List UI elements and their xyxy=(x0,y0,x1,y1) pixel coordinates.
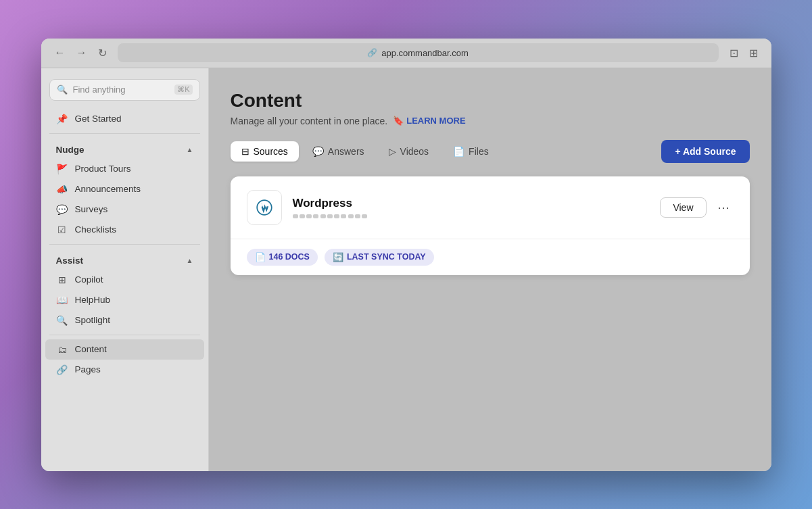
sidebar-item-label: Announcements xyxy=(75,184,141,194)
source-actions: View ⋯ xyxy=(660,197,733,218)
reload-button[interactable]: ↻ xyxy=(95,44,110,62)
sidebar-item-label: Copilot xyxy=(75,274,103,285)
tab-sources[interactable]: ⊟ Sources xyxy=(231,141,299,162)
url-dot xyxy=(306,214,312,218)
checklist-icon: ☑ xyxy=(56,224,68,235)
url-dot xyxy=(334,214,339,218)
docs-count: 146 DOCS xyxy=(269,252,310,262)
tabs-and-action: ⊟ Sources 💬 Answers ▷ Videos 📄 Files xyxy=(231,140,750,163)
source-name: Wordpress xyxy=(293,197,650,210)
sidebar-item-product-tours[interactable]: 🚩 Product Tours xyxy=(45,159,204,179)
add-source-label: + Add Source xyxy=(675,146,736,157)
sidebar-toggle-button[interactable]: ⊞ xyxy=(746,44,761,62)
sidebar-item-content[interactable]: 🗂 Content xyxy=(45,339,204,360)
sidebar: 🔍 Find anything ⌘K 📌 Get Started Nudge ▲… xyxy=(41,68,209,471)
url-dot-group-2 xyxy=(320,214,346,218)
source-card: Wordpress xyxy=(231,176,750,275)
sidebar-item-label: Pages xyxy=(75,364,101,374)
subtitle-text: Manage all your content in one place. xyxy=(231,116,388,126)
search-placeholder: Find anything xyxy=(73,84,126,95)
sidebar-item-spotlight[interactable]: 🔍 Spotlight xyxy=(45,310,204,331)
copilot-icon: ⊞ xyxy=(56,274,68,285)
sidebar-section-nudge[interactable]: Nudge ▲ xyxy=(45,141,204,159)
sidebar-item-checklists[interactable]: ☑ Checklists xyxy=(45,220,204,240)
source-info: Wordpress xyxy=(293,197,650,218)
sidebar-item-pages[interactable]: 🔗 Pages xyxy=(45,360,204,380)
sidebar-item-label: Content xyxy=(75,344,107,354)
sidebar-item-get-started[interactable]: 📌 Get Started xyxy=(45,109,204,129)
sources-tab-icon: ⊟ xyxy=(241,146,249,157)
source-logo xyxy=(247,190,282,225)
assist-section-label: Assist xyxy=(56,256,84,266)
url-dot xyxy=(327,214,333,218)
url-dot-group-1 xyxy=(293,214,318,218)
nudge-section-label: Nudge xyxy=(56,145,85,155)
bookmark-icon: 🔖 xyxy=(393,116,404,126)
sync-badge-icon: 🔄 xyxy=(333,252,343,262)
browser-window: ← → ↻ 🔗 app.commandbar.com ⊡ ⊞ 🔍 Find an… xyxy=(41,39,771,471)
back-button[interactable]: ← xyxy=(52,44,68,62)
page-subtitle: Manage all your content in one place. 🔖 … xyxy=(231,116,750,126)
pin-icon: 📌 xyxy=(56,114,68,124)
address-bar[interactable]: 🔗 app.commandbar.com xyxy=(118,43,719,62)
url-text: app.commandbar.com xyxy=(381,48,469,58)
answers-tab-icon: 💬 xyxy=(312,146,324,157)
share-button[interactable]: ⊡ xyxy=(727,44,741,62)
search-bar[interactable]: 🔍 Find anything ⌘K xyxy=(49,79,200,101)
main-content: Content Manage all your content in one p… xyxy=(209,68,771,471)
browser-nav-buttons: ← → ↻ xyxy=(52,44,110,62)
source-card-header: Wordpress xyxy=(231,176,750,239)
url-dot xyxy=(293,214,298,218)
videos-tab-icon: ▷ xyxy=(389,146,396,157)
learn-more-link[interactable]: 🔖 LEARN MORE xyxy=(393,116,465,126)
url-dot xyxy=(341,214,346,218)
sidebar-item-surveys[interactable]: 💬 Surveys xyxy=(45,199,204,220)
docs-badge: 📄 146 DOCS xyxy=(247,249,318,266)
chevron-up-icon: ▲ xyxy=(187,146,193,153)
tabs-group: ⊟ Sources 💬 Answers ▷ Videos 📄 Files xyxy=(231,141,500,162)
source-card-footer: 📄 146 DOCS 🔄 LAST SYNC TODAY xyxy=(231,239,750,275)
sidebar-item-label: Get Started xyxy=(75,114,122,124)
sidebar-item-helphub[interactable]: 📖 HelpHub xyxy=(45,290,204,310)
files-tab-label: Files xyxy=(469,146,489,157)
page-title: Content xyxy=(231,90,750,112)
url-dot-group-3 xyxy=(348,214,367,218)
announcement-icon: 📣 xyxy=(56,184,68,195)
flag-icon: 🚩 xyxy=(56,164,68,174)
survey-icon: 💬 xyxy=(56,204,68,215)
sidebar-section-assist[interactable]: Assist ▲ xyxy=(45,251,204,270)
search-icon: 🔍 xyxy=(57,84,68,95)
videos-tab-label: Videos xyxy=(400,146,429,157)
sidebar-item-label: Product Tours xyxy=(75,164,131,174)
more-options-button[interactable]: ⋯ xyxy=(713,197,734,218)
spotlight-icon: 🔍 xyxy=(56,315,68,326)
forward-button[interactable]: → xyxy=(74,44,90,62)
helphub-icon: 📖 xyxy=(56,295,68,306)
add-source-button[interactable]: + Add Source xyxy=(661,140,749,163)
link-icon: 🔗 xyxy=(367,48,377,57)
pages-icon: 🔗 xyxy=(56,364,68,375)
url-dot xyxy=(313,214,318,218)
tab-videos[interactable]: ▷ Videos xyxy=(378,141,440,162)
view-button[interactable]: View xyxy=(660,197,706,218)
sidebar-item-label: Checklists xyxy=(75,224,117,235)
browser-content: 🔍 Find anything ⌘K 📌 Get Started Nudge ▲… xyxy=(41,68,771,471)
divider-2 xyxy=(49,244,200,245)
tab-answers[interactable]: 💬 Answers xyxy=(302,141,375,162)
tab-files[interactable]: 📄 Files xyxy=(442,141,500,162)
last-sync: LAST SYNC TODAY xyxy=(347,252,426,262)
files-tab-icon: 📄 xyxy=(453,146,464,157)
sidebar-item-announcements[interactable]: 📣 Announcements xyxy=(45,179,204,199)
divider-3 xyxy=(49,335,200,335)
learn-more-label: LEARN MORE xyxy=(406,116,465,126)
source-url-dots xyxy=(293,214,650,218)
sidebar-item-label: Surveys xyxy=(75,204,108,214)
sync-badge: 🔄 LAST SYNC TODAY xyxy=(325,249,434,266)
browser-actions: ⊡ ⊞ xyxy=(727,44,761,62)
content-icon: 🗂 xyxy=(56,344,68,355)
browser-chrome: ← → ↻ 🔗 app.commandbar.com ⊡ ⊞ xyxy=(41,39,771,68)
answers-tab-label: Answers xyxy=(328,146,364,157)
sidebar-item-label: Spotlight xyxy=(75,315,111,325)
url-dot xyxy=(320,214,326,218)
sidebar-item-copilot[interactable]: ⊞ Copilot xyxy=(45,270,204,290)
